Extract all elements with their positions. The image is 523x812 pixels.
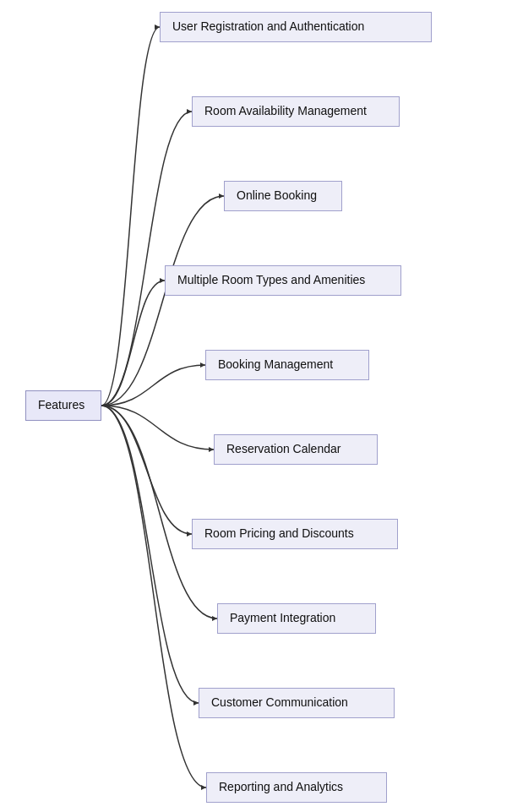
node6-node: Reservation Calendar [214, 434, 378, 465]
node5-path [101, 365, 205, 406]
node7-path [101, 406, 192, 534]
node9-node: Customer Communication [199, 688, 395, 718]
node3-node: Online Booking [224, 181, 342, 211]
diagram-container: Features User Registration and Authentic… [0, 0, 523, 812]
node10-node: Reporting and Analytics [206, 772, 387, 803]
node6-label: Reservation Calendar [226, 442, 340, 455]
node9-path [101, 406, 199, 703]
node8-node: Payment Integration [217, 603, 376, 634]
node2-label: Room Availability Management [204, 104, 367, 117]
node4-path [101, 281, 165, 406]
node8-label: Payment Integration [230, 611, 335, 624]
node1-label: User Registration and Authentication [172, 19, 364, 33]
node2-path [101, 112, 192, 406]
node9-label: Customer Communication [211, 695, 348, 709]
node10-path [101, 406, 206, 787]
node10-label: Reporting and Analytics [219, 780, 343, 793]
node6-path [101, 406, 214, 450]
node1-path [101, 27, 160, 406]
node4-node: Multiple Room Types and Amenities [165, 265, 401, 296]
node5-label: Booking Management [218, 357, 333, 371]
node7-node: Room Pricing and Discounts [192, 519, 398, 549]
node7-label: Room Pricing and Discounts [204, 526, 354, 540]
node4-label: Multiple Room Types and Amenities [177, 273, 365, 286]
node5-node: Booking Management [205, 350, 369, 380]
root-node: Features [25, 390, 101, 421]
root-label: Features [38, 398, 84, 411]
node1-node: User Registration and Authentication [160, 12, 432, 42]
node8-path [101, 406, 217, 619]
node2-node: Room Availability Management [192, 96, 400, 127]
node3-label: Online Booking [237, 188, 317, 202]
